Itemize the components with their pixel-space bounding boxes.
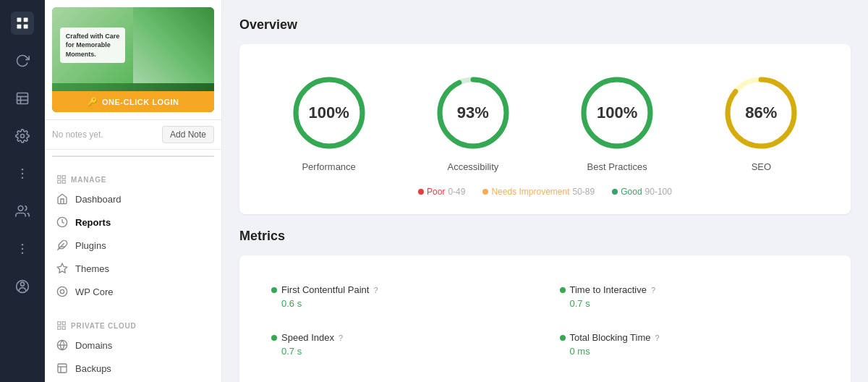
add-note-button[interactable]: Add Note bbox=[162, 126, 214, 143]
gauge-value: 100% bbox=[597, 103, 637, 122]
svg-rect-21 bbox=[62, 180, 65, 183]
metric-name: Speed Index ? bbox=[271, 332, 531, 343]
svg-rect-2 bbox=[17, 25, 22, 29]
notes-placeholder: No notes yet. bbox=[52, 130, 103, 140]
metric-name: First Contentful Paint ? bbox=[271, 284, 531, 295]
sidebar: Crafted with Carefor MemorableMoments. 🔑… bbox=[45, 0, 222, 382]
site-preview: Crafted with Carefor MemorableMoments. 🔑… bbox=[45, 0, 221, 120]
gauge-label: Best Practices bbox=[587, 161, 647, 172]
svg-point-8 bbox=[21, 135, 25, 138]
private-cloud-section: PRIVATE CLOUD Domains Backups bbox=[45, 309, 221, 382]
overview-card: 100% Performance 93% Accessibility 100% … bbox=[239, 44, 851, 214]
sidebar-item-plugins[interactable]: Plugins bbox=[45, 234, 221, 257]
metric-name: Total Blocking Time ? bbox=[560, 332, 820, 343]
metric-value: 0.7 s bbox=[271, 346, 531, 357]
legend-range: 50-89 bbox=[573, 187, 595, 197]
table-icon[interactable] bbox=[11, 87, 34, 110]
svg-point-17 bbox=[21, 282, 25, 286]
globe-icon bbox=[56, 339, 68, 351]
account-icon[interactable] bbox=[11, 275, 34, 298]
gauge-label: Performance bbox=[302, 161, 355, 172]
gauge-circle: 100% bbox=[289, 73, 369, 153]
gauge-item-best-practices: 100% Best Practices bbox=[577, 73, 657, 172]
gauge-item-performance: 100% Performance bbox=[289, 73, 369, 172]
search-bar[interactable] bbox=[52, 156, 214, 157]
metric-item-speed-index: Speed Index ? 0.7 s bbox=[257, 321, 545, 368]
svg-rect-18 bbox=[58, 176, 61, 179]
more2-icon[interactable] bbox=[11, 237, 34, 260]
svg-rect-29 bbox=[62, 322, 65, 325]
sidebar-item-dashboard[interactable]: Dashboard bbox=[45, 187, 221, 211]
legend-range: 90-100 bbox=[645, 187, 672, 197]
metrics-grid: First Contentful Paint ? 0.6 s Speed Ind… bbox=[257, 273, 833, 382]
legend-label: Poor bbox=[427, 187, 445, 197]
metric-name: Time to Interactive ? bbox=[560, 284, 820, 295]
svg-point-13 bbox=[22, 244, 24, 246]
sidebar-item-domains[interactable]: Domains bbox=[45, 334, 221, 357]
svg-point-9 bbox=[22, 169, 24, 171]
legend-range: 0-49 bbox=[448, 187, 465, 197]
refresh-icon[interactable] bbox=[11, 49, 34, 72]
svg-rect-1 bbox=[24, 18, 28, 22]
help-icon[interactable]: ? bbox=[651, 286, 655, 294]
gauge-value: 93% bbox=[457, 103, 489, 122]
svg-point-14 bbox=[22, 248, 24, 250]
overview-title: Overview bbox=[239, 17, 851, 33]
metric-item-time-to-interactive: Time to Interactive ? 0.7 s bbox=[545, 273, 834, 321]
users-icon[interactable] bbox=[11, 200, 34, 223]
one-click-login-button[interactable]: 🔑 Dashboard ONE-CLICK LOGIN bbox=[52, 91, 214, 112]
private-cloud-label: PRIVATE CLOUD bbox=[45, 315, 221, 334]
help-icon[interactable]: ? bbox=[655, 334, 660, 342]
metrics-left-column: First Contentful Paint ? 0.6 s Speed Ind… bbox=[257, 273, 545, 382]
svg-rect-3 bbox=[24, 25, 28, 29]
svg-point-26 bbox=[57, 286, 67, 296]
gauge-circle: 93% bbox=[433, 73, 513, 153]
legend-dot bbox=[612, 189, 618, 195]
plugin-icon bbox=[56, 239, 68, 251]
svg-rect-30 bbox=[58, 326, 61, 329]
help-icon[interactable]: ? bbox=[339, 334, 343, 342]
icon-bar bbox=[0, 0, 45, 382]
metric-dot bbox=[271, 287, 277, 293]
grid-icon[interactable] bbox=[11, 12, 34, 35]
gauge-item-accessibility: 93% Accessibility bbox=[433, 73, 513, 172]
metric-item-total-blocking-time: Total Blocking Time ? 0 ms bbox=[545, 321, 834, 368]
gauge-value: 100% bbox=[308, 103, 349, 122]
svg-point-11 bbox=[22, 177, 24, 179]
more-icon[interactable] bbox=[11, 162, 34, 185]
metric-item-cumulative-layout-shift: Cumulative Layout Shift ? 0.021 bbox=[545, 368, 834, 382]
gauge-circle: 100% bbox=[577, 73, 657, 153]
metric-dot bbox=[271, 335, 277, 341]
gauge-circle: 86% bbox=[721, 73, 801, 153]
settings-icon[interactable] bbox=[11, 124, 34, 148]
main-content: Overview 100% Performance 93% Accessibil… bbox=[222, 0, 868, 382]
wp-icon bbox=[56, 286, 68, 297]
backup-icon bbox=[56, 362, 68, 374]
gauge-value: 86% bbox=[745, 103, 777, 122]
metrics-title: Metrics bbox=[239, 229, 851, 244]
reports-icon bbox=[56, 216, 68, 228]
sidebar-item-themes[interactable]: Themes bbox=[45, 257, 221, 280]
metric-value: 0.6 s bbox=[271, 298, 531, 309]
overview-section: Overview 100% Performance 93% Accessibil… bbox=[239, 17, 851, 214]
metric-dot bbox=[560, 335, 566, 341]
sidebar-item-backups[interactable]: Backups bbox=[45, 357, 221, 380]
gauge-label: SEO bbox=[752, 161, 771, 172]
metrics-section: Metrics First Contentful Paint ? 0.6 s S… bbox=[239, 229, 851, 382]
metrics-right-column: Time to Interactive ? 0.7 s Total Blocki… bbox=[545, 273, 834, 382]
notes-bar: No notes yet. Add Note bbox=[45, 120, 221, 150]
svg-rect-34 bbox=[58, 364, 67, 373]
metric-item-largest-contentful-paint: Largest Contentful Paint ? 0.7 s bbox=[257, 368, 545, 382]
help-icon[interactable]: ? bbox=[373, 286, 378, 294]
metric-dot bbox=[560, 287, 566, 293]
svg-point-27 bbox=[60, 289, 64, 293]
legend-dot bbox=[482, 189, 488, 195]
svg-rect-4 bbox=[17, 93, 28, 104]
metric-value: 0.7 s bbox=[560, 298, 820, 309]
manage-section: MANAGE Dashboard Reports Plugins Themes … bbox=[45, 163, 221, 309]
gauge-item-seo: 86% SEO bbox=[721, 73, 801, 172]
sidebar-item-reports[interactable]: Reports bbox=[45, 211, 221, 234]
legend-label: Needs Improvement bbox=[491, 187, 569, 197]
sidebar-item-wpcore[interactable]: WP Core bbox=[45, 280, 221, 303]
legend-item-good: Good 90-100 bbox=[612, 187, 672, 197]
